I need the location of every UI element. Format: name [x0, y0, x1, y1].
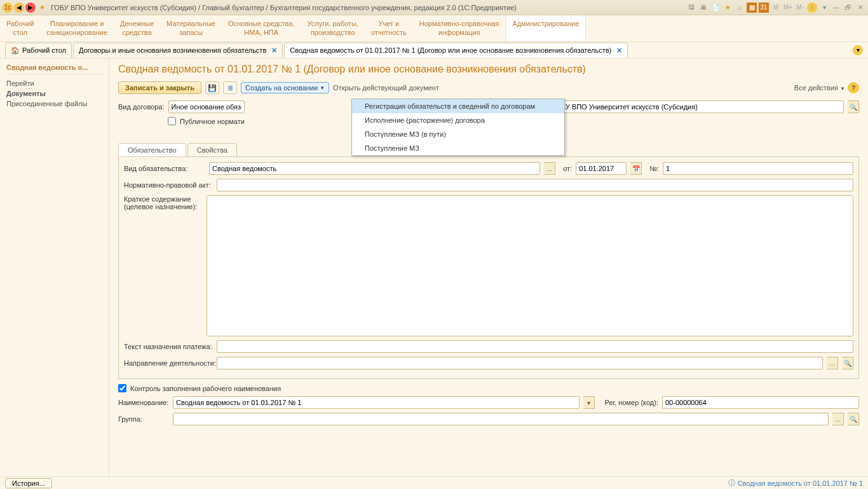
star-icon[interactable]: ★ — [37, 3, 47, 13]
contract-type-label: Вид договора: — [118, 103, 165, 111]
desc-label2: (целевое назначение): — [124, 203, 203, 210]
control-checkbox[interactable] — [118, 384, 126, 392]
kind-input[interactable] — [209, 162, 540, 175]
restore-icon[interactable]: 🗗 — [843, 3, 853, 13]
desc-textarea[interactable] — [207, 195, 853, 336]
tab-label: Сводная ведомость от 01.01.2017 № 1 (Дог… — [290, 46, 611, 54]
lookup-btn[interactable]: 🔍 — [842, 357, 853, 369]
tb-home-icon[interactable]: ⌂ — [735, 3, 745, 13]
tb-m-icon[interactable]: M — [771, 3, 781, 13]
menu-materials[interactable]: Материальныезапасы — [160, 15, 222, 41]
direction-input[interactable] — [217, 357, 823, 369]
menu-planning[interactable]: Планирование исанкционирование — [40, 15, 114, 41]
chevron-down-icon: ▼ — [320, 85, 325, 91]
subtab-properties[interactable]: Свойства — [187, 143, 237, 156]
menu-refdata[interactable]: Нормативно-справочнаяинформация — [413, 15, 506, 41]
contract-type-input[interactable] — [168, 100, 245, 113]
tab-close-icon[interactable]: ✕ — [271, 46, 277, 55]
nav-back-icon[interactable]: ◀ — [14, 3, 24, 13]
ellipsis-btn[interactable]: … — [832, 413, 844, 425]
lookup-btn[interactable]: 🔍 — [848, 100, 859, 113]
direction-label: Направление деятельности: — [124, 359, 213, 367]
tab-contracts[interactable]: Договоры и иные основания возникновения … — [73, 43, 283, 58]
sidebar-files[interactable]: Присоединенные файлы — [6, 100, 102, 107]
sidebar: Сводная ведомость о... Перейти Документы… — [0, 59, 109, 476]
tab-bar: 🏠 Рабочий стол Договоры и иные основания… — [0, 42, 868, 59]
tb-print-icon[interactable]: 🖶 — [698, 3, 709, 13]
save-close-button[interactable]: Записать и закрыть — [118, 81, 201, 94]
dd-item-registration[interactable]: Регистрация обязательств и сведений по д… — [352, 99, 564, 113]
tb-info-icon[interactable]: i — [807, 3, 817, 13]
menu-reports[interactable]: Учет иотчетность — [365, 15, 413, 41]
tab-label: Договоры и иные основания возникновения … — [79, 46, 266, 54]
all-actions-link[interactable]: Все действия ▼ — [794, 84, 845, 92]
payment-input[interactable] — [217, 340, 853, 353]
toolbar: Записать и закрыть 💾 ≣ Создать на основа… — [118, 81, 859, 94]
control-label: Контроль заполнения рабочего наименовани… — [130, 385, 281, 392]
dropdown-btn[interactable]: ▾ — [583, 396, 595, 409]
npa-label: Нормативно-правовой акт: — [124, 181, 213, 189]
ellipsis-btn[interactable]: … — [544, 162, 555, 175]
group-label: Группа: — [118, 415, 169, 423]
org-input[interactable] — [549, 100, 844, 113]
tb-cal-icon[interactable]: 31 — [759, 3, 769, 13]
tb-fav-icon[interactable]: ★ — [722, 3, 733, 13]
menu-money[interactable]: Денежныесредства — [114, 15, 160, 41]
save-icon[interactable]: 💾 — [205, 81, 219, 94]
content-area: Сводная ведомость от 01.01.2017 № 1 (Дог… — [109, 59, 868, 476]
sidebar-goto[interactable]: Перейти — [6, 79, 102, 87]
payment-label: Текст назначения платежа: — [124, 343, 213, 350]
npa-input[interactable] — [217, 179, 853, 191]
menu-services[interactable]: Услуги, работы,производство — [301, 15, 365, 41]
dd-item-execution[interactable]: Исполнение (расторжение) договора — [352, 113, 564, 127]
nav-fwd-icon[interactable]: ▶ — [25, 3, 36, 13]
main-menu: Рабочийстол Планирование исанкционирован… — [0, 15, 868, 42]
titlebar: 1c ◀ ▶ ★ ГОБУ ВПО Университет искусств (… — [0, 0, 868, 15]
dd-item-mz-transit[interactable]: Поступление МЗ (в пути) — [352, 127, 564, 141]
lookup-btn[interactable]: 🔍 — [848, 413, 859, 425]
name-input[interactable] — [173, 396, 580, 409]
tb-dd-icon[interactable]: ▾ — [819, 3, 829, 13]
menu-desktop[interactable]: Рабочийстол — [0, 15, 40, 41]
calendar-icon[interactable]: 📅 — [630, 162, 642, 175]
menu-admin[interactable]: Администрирование — [505, 15, 586, 41]
kind-label: Вид обязательства: — [124, 165, 205, 172]
status-text: Сводная ведомость от 01.01.2017 № 1 — [738, 479, 863, 487]
create-based-button[interactable]: Создать на основании▼ — [241, 82, 329, 93]
menu-assets[interactable]: Основные средства,НМА, НПА — [222, 15, 301, 41]
tab-close-icon[interactable]: ✕ — [616, 46, 622, 55]
chevron-down-icon: ▼ — [840, 86, 845, 92]
create-based-dropdown: Регистрация обязательств и сведений по д… — [351, 99, 565, 156]
history-button[interactable]: История... — [5, 478, 52, 488]
help-icon[interactable]: ? — [848, 82, 859, 93]
ellipsis-btn[interactable]: … — [827, 357, 838, 369]
tb-mplus-icon[interactable]: M+ — [783, 3, 793, 13]
num-input[interactable] — [663, 162, 853, 175]
public-obl-checkbox[interactable] — [168, 117, 176, 125]
subtab-obligation[interactable]: Обязательство — [118, 143, 186, 156]
tab-desktop[interactable]: 🏠 Рабочий стол — [5, 43, 72, 58]
reg-label: Рег. номер (код): — [605, 399, 658, 406]
tb-mminus-icon[interactable]: M- — [795, 3, 805, 13]
date-input[interactable] — [576, 162, 627, 175]
close-icon[interactable]: ✕ — [855, 3, 865, 13]
window-title: ГОБУ ВПО Университет искусств (Субсидия)… — [51, 4, 686, 11]
list-icon[interactable]: ≣ — [223, 81, 237, 94]
tb-calc-icon[interactable]: ▦ — [747, 3, 757, 13]
tb-doc-icon[interactable]: 📄 — [710, 3, 721, 13]
public-obl-label: Публичное нормати — [180, 118, 245, 125]
group-input[interactable] — [173, 413, 829, 425]
tab-statement[interactable]: Сводная ведомость от 01.01.2017 № 1 (Дог… — [284, 43, 628, 58]
statusbar: История... ⓘ Сводная ведомость от 01.01.… — [0, 476, 868, 489]
tb-save-icon[interactable]: 🖫 — [686, 3, 696, 13]
dd-item-mz[interactable]: Поступление МЗ — [352, 141, 564, 155]
home-icon: 🏠 — [11, 46, 20, 55]
tab-menu-icon[interactable]: ▾ — [853, 45, 863, 55]
sidebar-docs[interactable]: Документы — [6, 90, 102, 97]
tab-label: Рабочий стол — [22, 46, 66, 54]
minimize-icon[interactable]: — — [831, 3, 841, 13]
reg-input[interactable] — [662, 396, 859, 409]
open-doc-link[interactable]: Открыть действующий документ — [333, 84, 439, 92]
num-label: №: — [649, 165, 659, 172]
sidebar-title: Сводная ведомость о... — [6, 64, 102, 74]
